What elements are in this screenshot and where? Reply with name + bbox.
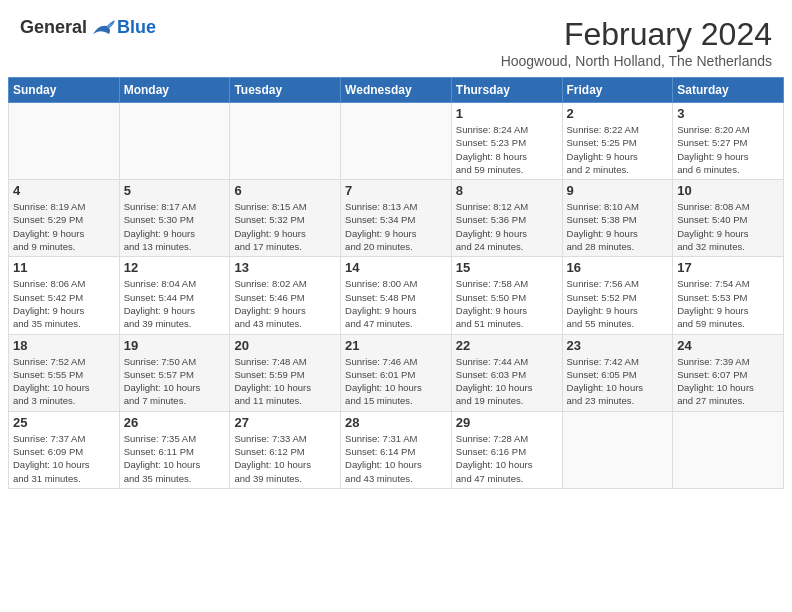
day-of-week-header: Monday bbox=[119, 78, 230, 103]
day-number: 21 bbox=[345, 338, 447, 353]
day-number: 16 bbox=[567, 260, 669, 275]
day-number: 9 bbox=[567, 183, 669, 198]
day-number: 23 bbox=[567, 338, 669, 353]
day-info: Sunrise: 8:04 AM Sunset: 5:44 PM Dayligh… bbox=[124, 277, 226, 330]
day-info: Sunrise: 7:33 AM Sunset: 6:12 PM Dayligh… bbox=[234, 432, 336, 485]
calendar-cell bbox=[341, 103, 452, 180]
day-info: Sunrise: 7:44 AM Sunset: 6:03 PM Dayligh… bbox=[456, 355, 558, 408]
calendar-cell: 21Sunrise: 7:46 AM Sunset: 6:01 PM Dayli… bbox=[341, 334, 452, 411]
calendar-cell: 13Sunrise: 8:02 AM Sunset: 5:46 PM Dayli… bbox=[230, 257, 341, 334]
day-info: Sunrise: 8:02 AM Sunset: 5:46 PM Dayligh… bbox=[234, 277, 336, 330]
calendar-cell: 16Sunrise: 7:56 AM Sunset: 5:52 PM Dayli… bbox=[562, 257, 673, 334]
day-info: Sunrise: 8:22 AM Sunset: 5:25 PM Dayligh… bbox=[567, 123, 669, 176]
calendar-cell: 28Sunrise: 7:31 AM Sunset: 6:14 PM Dayli… bbox=[341, 411, 452, 488]
day-info: Sunrise: 7:37 AM Sunset: 6:09 PM Dayligh… bbox=[13, 432, 115, 485]
calendar-cell: 14Sunrise: 8:00 AM Sunset: 5:48 PM Dayli… bbox=[341, 257, 452, 334]
day-info: Sunrise: 7:42 AM Sunset: 6:05 PM Dayligh… bbox=[567, 355, 669, 408]
calendar-cell: 8Sunrise: 8:12 AM Sunset: 5:36 PM Daylig… bbox=[451, 180, 562, 257]
calendar-cell: 10Sunrise: 8:08 AM Sunset: 5:40 PM Dayli… bbox=[673, 180, 784, 257]
day-info: Sunrise: 7:50 AM Sunset: 5:57 PM Dayligh… bbox=[124, 355, 226, 408]
calendar-cell: 3Sunrise: 8:20 AM Sunset: 5:27 PM Daylig… bbox=[673, 103, 784, 180]
day-info: Sunrise: 8:12 AM Sunset: 5:36 PM Dayligh… bbox=[456, 200, 558, 253]
location-subtitle: Hoogwoud, North Holland, The Netherlands bbox=[501, 53, 772, 69]
day-number: 3 bbox=[677, 106, 779, 121]
day-number: 11 bbox=[13, 260, 115, 275]
calendar-cell: 27Sunrise: 7:33 AM Sunset: 6:12 PM Dayli… bbox=[230, 411, 341, 488]
calendar-cell: 26Sunrise: 7:35 AM Sunset: 6:11 PM Dayli… bbox=[119, 411, 230, 488]
day-info: Sunrise: 7:28 AM Sunset: 6:16 PM Dayligh… bbox=[456, 432, 558, 485]
day-number: 19 bbox=[124, 338, 226, 353]
calendar-cell: 11Sunrise: 8:06 AM Sunset: 5:42 PM Dayli… bbox=[9, 257, 120, 334]
day-info: Sunrise: 8:20 AM Sunset: 5:27 PM Dayligh… bbox=[677, 123, 779, 176]
calendar-cell bbox=[230, 103, 341, 180]
day-number: 6 bbox=[234, 183, 336, 198]
calendar-cell bbox=[673, 411, 784, 488]
day-info: Sunrise: 7:46 AM Sunset: 6:01 PM Dayligh… bbox=[345, 355, 447, 408]
day-number: 20 bbox=[234, 338, 336, 353]
calendar-cell: 7Sunrise: 8:13 AM Sunset: 5:34 PM Daylig… bbox=[341, 180, 452, 257]
day-number: 27 bbox=[234, 415, 336, 430]
day-of-week-header: Wednesday bbox=[341, 78, 452, 103]
day-number: 17 bbox=[677, 260, 779, 275]
calendar-cell: 19Sunrise: 7:50 AM Sunset: 5:57 PM Dayli… bbox=[119, 334, 230, 411]
day-number: 29 bbox=[456, 415, 558, 430]
day-number: 24 bbox=[677, 338, 779, 353]
month-year-title: February 2024 bbox=[501, 16, 772, 53]
day-info: Sunrise: 7:58 AM Sunset: 5:50 PM Dayligh… bbox=[456, 277, 558, 330]
day-number: 12 bbox=[124, 260, 226, 275]
logo-general-text: General bbox=[20, 17, 87, 38]
calendar-cell: 23Sunrise: 7:42 AM Sunset: 6:05 PM Dayli… bbox=[562, 334, 673, 411]
calendar-cell: 5Sunrise: 8:17 AM Sunset: 5:30 PM Daylig… bbox=[119, 180, 230, 257]
calendar-cell: 25Sunrise: 7:37 AM Sunset: 6:09 PM Dayli… bbox=[9, 411, 120, 488]
day-number: 18 bbox=[13, 338, 115, 353]
calendar-cell: 1Sunrise: 8:24 AM Sunset: 5:23 PM Daylig… bbox=[451, 103, 562, 180]
day-info: Sunrise: 7:54 AM Sunset: 5:53 PM Dayligh… bbox=[677, 277, 779, 330]
calendar-cell: 18Sunrise: 7:52 AM Sunset: 5:55 PM Dayli… bbox=[9, 334, 120, 411]
calendar-cell: 2Sunrise: 8:22 AM Sunset: 5:25 PM Daylig… bbox=[562, 103, 673, 180]
day-info: Sunrise: 8:00 AM Sunset: 5:48 PM Dayligh… bbox=[345, 277, 447, 330]
calendar-cell: 17Sunrise: 7:54 AM Sunset: 5:53 PM Dayli… bbox=[673, 257, 784, 334]
day-info: Sunrise: 8:15 AM Sunset: 5:32 PM Dayligh… bbox=[234, 200, 336, 253]
day-info: Sunrise: 8:10 AM Sunset: 5:38 PM Dayligh… bbox=[567, 200, 669, 253]
calendar-cell: 24Sunrise: 7:39 AM Sunset: 6:07 PM Dayli… bbox=[673, 334, 784, 411]
calendar-cell: 15Sunrise: 7:58 AM Sunset: 5:50 PM Dayli… bbox=[451, 257, 562, 334]
day-info: Sunrise: 8:24 AM Sunset: 5:23 PM Dayligh… bbox=[456, 123, 558, 176]
calendar-table: SundayMondayTuesdayWednesdayThursdayFrid… bbox=[8, 77, 784, 489]
day-info: Sunrise: 8:19 AM Sunset: 5:29 PM Dayligh… bbox=[13, 200, 115, 253]
day-info: Sunrise: 8:13 AM Sunset: 5:34 PM Dayligh… bbox=[345, 200, 447, 253]
day-info: Sunrise: 8:06 AM Sunset: 5:42 PM Dayligh… bbox=[13, 277, 115, 330]
day-number: 2 bbox=[567, 106, 669, 121]
day-info: Sunrise: 7:52 AM Sunset: 5:55 PM Dayligh… bbox=[13, 355, 115, 408]
calendar-cell bbox=[119, 103, 230, 180]
day-number: 14 bbox=[345, 260, 447, 275]
day-number: 26 bbox=[124, 415, 226, 430]
calendar-cell: 22Sunrise: 7:44 AM Sunset: 6:03 PM Dayli… bbox=[451, 334, 562, 411]
day-number: 4 bbox=[13, 183, 115, 198]
calendar-cell: 20Sunrise: 7:48 AM Sunset: 5:59 PM Dayli… bbox=[230, 334, 341, 411]
day-of-week-header: Friday bbox=[562, 78, 673, 103]
calendar-cell bbox=[9, 103, 120, 180]
calendar-cell: 4Sunrise: 8:19 AM Sunset: 5:29 PM Daylig… bbox=[9, 180, 120, 257]
calendar-cell: 6Sunrise: 8:15 AM Sunset: 5:32 PM Daylig… bbox=[230, 180, 341, 257]
day-number: 13 bbox=[234, 260, 336, 275]
day-number: 28 bbox=[345, 415, 447, 430]
day-info: Sunrise: 7:56 AM Sunset: 5:52 PM Dayligh… bbox=[567, 277, 669, 330]
day-of-week-header: Saturday bbox=[673, 78, 784, 103]
day-info: Sunrise: 8:17 AM Sunset: 5:30 PM Dayligh… bbox=[124, 200, 226, 253]
logo-blue-text: Blue bbox=[117, 17, 156, 38]
day-info: Sunrise: 7:35 AM Sunset: 6:11 PM Dayligh… bbox=[124, 432, 226, 485]
logo-bird-icon bbox=[89, 16, 117, 38]
page-header: General Blue February 2024 Hoogwoud, Nor… bbox=[0, 0, 792, 77]
day-info: Sunrise: 7:48 AM Sunset: 5:59 PM Dayligh… bbox=[234, 355, 336, 408]
calendar-cell: 12Sunrise: 8:04 AM Sunset: 5:44 PM Dayli… bbox=[119, 257, 230, 334]
day-number: 1 bbox=[456, 106, 558, 121]
day-info: Sunrise: 7:31 AM Sunset: 6:14 PM Dayligh… bbox=[345, 432, 447, 485]
day-number: 7 bbox=[345, 183, 447, 198]
day-number: 8 bbox=[456, 183, 558, 198]
day-of-week-header: Sunday bbox=[9, 78, 120, 103]
day-number: 10 bbox=[677, 183, 779, 198]
day-of-week-header: Thursday bbox=[451, 78, 562, 103]
day-info: Sunrise: 8:08 AM Sunset: 5:40 PM Dayligh… bbox=[677, 200, 779, 253]
calendar-cell bbox=[562, 411, 673, 488]
day-number: 22 bbox=[456, 338, 558, 353]
